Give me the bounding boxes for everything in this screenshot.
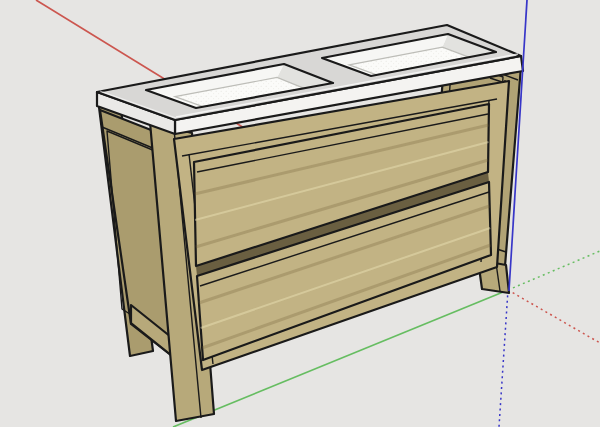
- viewport-canvas[interactable]: [0, 0, 600, 427]
- modeler-viewport[interactable]: [0, 0, 600, 427]
